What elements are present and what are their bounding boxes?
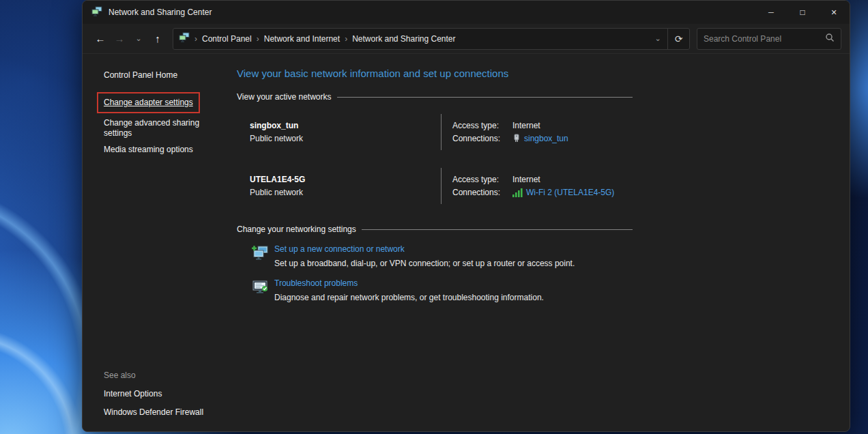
troubleshoot-icon bbox=[251, 278, 269, 302]
breadcrumb-location-icon bbox=[179, 32, 190, 45]
sidebar-item-windows-defender-firewall[interactable]: Windows Defender Firewall bbox=[104, 407, 237, 418]
section-divider bbox=[362, 229, 633, 230]
network-sharing-center-window: Network and Sharing Center ─ □ ✕ ← → ⌄ ↑… bbox=[82, 0, 850, 432]
network-details: Access type: Internet Connections: bbox=[441, 114, 633, 150]
connection-link[interactable]: Wi-Fi 2 (UTELA1E4-5G) bbox=[526, 188, 614, 197]
setting-item-troubleshoot: Troubleshoot problems Diagnose and repai… bbox=[251, 278, 633, 302]
network-summary: UTELA1E4-5G Public network bbox=[250, 168, 441, 204]
back-button[interactable]: ← bbox=[91, 29, 110, 49]
breadcrumb-control-panel[interactable]: Control Panel bbox=[202, 34, 252, 44]
breadcrumb-separator-icon: › bbox=[252, 34, 264, 44]
ethernet-adapter-icon bbox=[512, 134, 521, 143]
address-bar[interactable]: › Control Panel › Network and Internet ›… bbox=[173, 28, 690, 50]
sidebar: Control Panel Home Change adapter settin… bbox=[83, 54, 237, 431]
network-details: Access type: Internet Connections: bbox=[441, 168, 633, 204]
app-icon bbox=[91, 6, 102, 19]
sidebar-item-control-panel-home[interactable]: Control Panel Home bbox=[104, 70, 237, 81]
window-title: Network and Sharing Center bbox=[108, 8, 212, 17]
see-also-section: See also Internet Options Windows Defend… bbox=[104, 371, 237, 418]
access-type-value: Internet bbox=[512, 175, 540, 184]
access-type-label: Access type: bbox=[452, 175, 512, 184]
access-type-label: Access type: bbox=[452, 121, 512, 130]
network-entry: singbox_tun Public network Access type: … bbox=[250, 114, 633, 150]
search-icon[interactable] bbox=[825, 33, 835, 44]
connections-label: Connections: bbox=[452, 134, 512, 143]
networking-settings-section-header: Change your networking settings bbox=[237, 225, 633, 234]
search-box bbox=[697, 28, 841, 50]
network-type: Public network bbox=[250, 188, 441, 197]
active-networks-section-title: View your active networks bbox=[237, 92, 332, 102]
navigation-toolbar: ← → ⌄ ↑ › Control Panel › Network and In… bbox=[83, 24, 850, 54]
wifi-signal-icon bbox=[512, 188, 523, 197]
network-name: UTELA1E4-5G bbox=[250, 175, 441, 184]
access-type-value: Internet bbox=[512, 121, 540, 130]
title-bar: Network and Sharing Center ─ □ ✕ bbox=[83, 1, 850, 24]
networking-settings-section: Change your networking settings bbox=[237, 225, 633, 302]
sidebar-item-internet-options[interactable]: Internet Options bbox=[104, 389, 237, 399]
close-button[interactable]: ✕ bbox=[818, 1, 850, 24]
troubleshoot-problems-link[interactable]: Troubleshoot problems bbox=[274, 278, 544, 288]
new-connection-icon bbox=[251, 244, 269, 268]
setting-item-new-connection: Set up a new connection or network Set u… bbox=[251, 244, 633, 268]
forward-button[interactable]: → bbox=[110, 29, 129, 49]
network-type: Public network bbox=[250, 134, 441, 143]
breadcrumb-separator-icon: › bbox=[190, 34, 202, 44]
network-summary: singbox_tun Public network bbox=[250, 114, 441, 150]
minimize-button[interactable]: ─ bbox=[755, 1, 787, 24]
setup-new-connection-description: Set up a broadband, dial-up, or VPN conn… bbox=[274, 259, 575, 268]
sidebar-item-change-advanced-sharing-settings[interactable]: Change advanced sharing settings bbox=[104, 118, 206, 139]
setup-new-connection-link[interactable]: Set up a new connection or network bbox=[274, 244, 575, 254]
section-divider bbox=[337, 97, 633, 98]
sidebar-item-media-streaming-options[interactable]: Media streaming options bbox=[104, 145, 237, 155]
breadcrumb-separator-icon: › bbox=[340, 34, 352, 44]
annotation-highlight-box: Change adapter settings bbox=[97, 92, 200, 113]
recent-pages-dropdown-icon[interactable]: ⌄ bbox=[129, 29, 148, 49]
network-entry: UTELA1E4-5G Public network Access type: … bbox=[250, 168, 633, 204]
up-button[interactable]: ↑ bbox=[148, 29, 167, 49]
main-content: View your basic network information and … bbox=[237, 54, 850, 431]
sidebar-item-change-adapter-settings[interactable]: Change adapter settings bbox=[104, 98, 193, 108]
troubleshoot-problems-description: Diagnose and repair network problems, or… bbox=[274, 293, 544, 302]
connections-label: Connections: bbox=[452, 188, 512, 197]
maximize-button[interactable]: □ bbox=[787, 1, 818, 24]
refresh-button[interactable]: ⟳ bbox=[667, 29, 689, 49]
search-input[interactable] bbox=[704, 34, 825, 44]
breadcrumb-network-and-sharing-center[interactable]: Network and Sharing Center bbox=[352, 34, 455, 44]
address-dropdown-icon[interactable]: ⌄ bbox=[648, 34, 667, 43]
see-also-label: See also bbox=[104, 371, 237, 380]
network-name: singbox_tun bbox=[250, 121, 441, 130]
networking-settings-section-title: Change your networking settings bbox=[237, 225, 356, 234]
page-title: View your basic network information and … bbox=[237, 68, 633, 79]
connection-link[interactable]: singbox_tun bbox=[524, 134, 568, 143]
breadcrumb-network-and-internet[interactable]: Network and Internet bbox=[264, 34, 340, 44]
active-networks-section-header: View your active networks bbox=[237, 92, 633, 102]
